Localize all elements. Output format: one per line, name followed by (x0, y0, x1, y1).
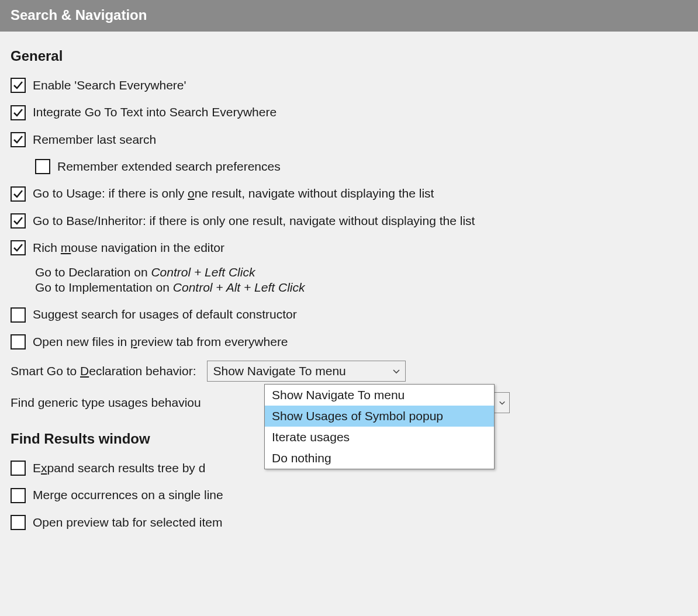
label-smart-goto-declaration: Smart Go to Declaration behavior: (11, 364, 196, 378)
checkbox-remember-last-search[interactable] (11, 132, 26, 147)
label-merge-occurrences: Merge occurrences on a single line (33, 487, 223, 503)
row-goto-base: Go to Base/Inheritor: if there is only o… (11, 213, 687, 229)
checkbox-open-preview-tab[interactable] (11, 515, 26, 530)
section-general-title: General (11, 48, 687, 64)
label-find-generic-type: Find generic type usages behaviou (11, 396, 201, 410)
header-title: Search & Navigation (0, 0, 698, 32)
checkbox-suggest-default-ctor[interactable] (11, 307, 26, 323)
row-suggest-default-ctor: Suggest search for usages of default con… (11, 306, 687, 323)
checkbox-remember-extended[interactable] (35, 159, 50, 174)
row-open-new-files: Open new files in preview tab from every… (11, 334, 687, 350)
label-remember-last-search: Remember last search (33, 131, 156, 148)
row-remember-last-search: Remember last search (11, 131, 687, 148)
label-enable-search-everywhere: Enable 'Search Everywhere' (33, 77, 186, 94)
row-merge-occurrences: Merge occurrences on a single line (11, 487, 687, 503)
dropdown-smart-goto-declaration[interactable]: Show Navigate To menu Show Usages of Sym… (264, 384, 495, 469)
dropdown-item-do-nothing[interactable]: Do nothing (265, 448, 494, 469)
check-icon (12, 79, 24, 91)
chevron-down-icon (499, 399, 506, 407)
label-goto-base: Go to Base/Inheritor: if there is only o… (33, 213, 475, 229)
row-rich-mouse: Rich mouse navigation in the editor (11, 240, 687, 256)
checkbox-merge-occurrences[interactable] (11, 488, 26, 503)
checkbox-rich-mouse[interactable] (11, 240, 26, 255)
row-smart-goto-declaration: Smart Go to Declaration behavior: Show N… (11, 361, 687, 382)
label-rich-mouse: Rich mouse navigation in the editor (33, 240, 224, 256)
label-open-new-files: Open new files in preview tab from every… (33, 334, 288, 350)
dropdown-item-usages-popup[interactable]: Show Usages of Symbol popup (265, 406, 494, 427)
rich-mouse-info: Go to Declaration on Control + Left Clic… (11, 265, 687, 295)
dropdown-item-navigate-menu[interactable]: Show Navigate To menu (265, 385, 494, 406)
label-open-preview-tab: Open preview tab for selected item (33, 514, 223, 531)
label-remember-extended: Remember extended search preferences (57, 158, 281, 175)
info-goto-implementation: Go to Implementation on Control + Alt + … (35, 281, 687, 295)
checkbox-enable-search-everywhere[interactable] (11, 78, 26, 93)
check-icon (12, 215, 24, 227)
check-icon (12, 242, 24, 254)
select-value: Show Navigate To menu (213, 364, 346, 378)
dropdown-item-iterate-usages[interactable]: Iterate usages (265, 427, 494, 448)
row-integrate-goto-text: Integrate Go To Text into Search Everywh… (11, 104, 687, 120)
check-icon (12, 107, 24, 119)
content-area: General Enable 'Search Everywhere' Integ… (0, 32, 698, 553)
row-enable-search-everywhere: Enable 'Search Everywhere' (11, 77, 687, 94)
info-goto-declaration: Go to Declaration on Control + Left Clic… (35, 265, 687, 279)
checkbox-goto-usage[interactable] (11, 186, 26, 202)
row-goto-usage: Go to Usage: if there is only one result… (11, 185, 687, 202)
checkbox-expand-tree[interactable] (11, 461, 26, 476)
row-remember-extended: Remember extended search preferences (11, 158, 687, 175)
checkbox-open-new-files[interactable] (11, 334, 26, 349)
check-icon (12, 188, 24, 200)
label-suggest-default-ctor: Suggest search for usages of default con… (33, 306, 297, 323)
label-goto-usage: Go to Usage: if there is only one result… (33, 185, 434, 202)
select-smart-goto-declaration[interactable]: Show Navigate To menu (207, 361, 406, 382)
checkbox-goto-base[interactable] (11, 213, 26, 229)
label-expand-tree: Expand search results tree by d (33, 460, 205, 476)
row-open-preview-tab: Open preview tab for selected item (11, 514, 687, 531)
chevron-down-icon (392, 367, 400, 375)
label-integrate-goto-text: Integrate Go To Text into Search Everywh… (33, 104, 277, 120)
checkbox-integrate-goto-text[interactable] (11, 105, 26, 120)
check-icon (12, 134, 24, 146)
